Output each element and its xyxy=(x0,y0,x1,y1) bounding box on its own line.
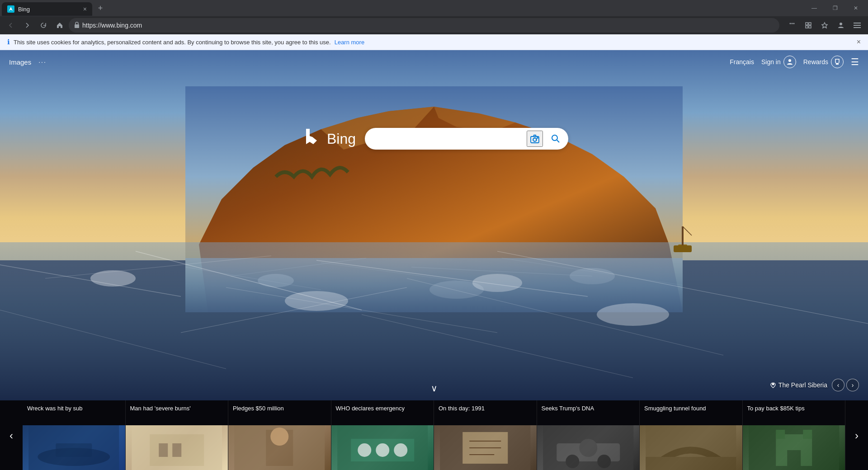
extensions-button[interactable] xyxy=(785,18,799,33)
svg-rect-43 xyxy=(836,64,839,65)
svg-point-51 xyxy=(772,383,774,385)
svg-rect-57 xyxy=(159,443,168,457)
svg-rect-83 xyxy=(787,450,801,466)
news-item[interactable]: To pay back $85K tips xyxy=(743,400,846,470)
restore-button[interactable]: ❐ xyxy=(825,0,845,16)
search-box[interactable] xyxy=(365,128,568,150)
background-info: The Pearl Siberia ‹ › xyxy=(770,379,859,391)
news-next-button[interactable]: › xyxy=(845,400,868,470)
news-prev-button[interactable]: ‹ xyxy=(0,400,23,470)
expand-button[interactable]: ∨ xyxy=(431,383,438,394)
address-bar[interactable]: https://www.bing.com xyxy=(69,18,779,33)
tab-title: Bing xyxy=(18,6,80,13)
news-item[interactable]: Wreck was hit by sub xyxy=(23,400,126,470)
svg-point-48 xyxy=(533,138,536,141)
minimize-button[interactable]: — xyxy=(804,0,825,16)
svg-point-1 xyxy=(790,23,791,24)
location-name: The Pearl Siberia xyxy=(778,381,827,389)
news-item-title: Seeks Trump's DNA xyxy=(537,400,640,425)
language-link[interactable]: Français xyxy=(730,58,754,66)
svg-rect-12 xyxy=(854,27,861,28)
svg-rect-82 xyxy=(803,430,812,439)
search-input[interactable] xyxy=(372,135,523,143)
home-button[interactable] xyxy=(52,18,67,33)
cookie-info-bar: ℹ This site uses cookies for analytics, … xyxy=(0,34,868,50)
user-avatar-icon xyxy=(783,56,796,68)
news-item-title: WHO declares emergency xyxy=(331,400,434,425)
bing-wordmark: Bing xyxy=(327,131,356,147)
news-item-title: On this day: 1991 xyxy=(434,400,537,425)
rewards-button[interactable]: Rewards xyxy=(803,56,844,68)
news-item-title: To pay back $85K tips xyxy=(743,400,845,425)
news-item[interactable]: On this day: 1991 xyxy=(434,400,537,470)
news-item-title: Wreck was hit by sub xyxy=(23,400,125,425)
header-right: Français Sign in Rewards ☰ xyxy=(730,56,859,68)
background-nav: ‹ › xyxy=(832,379,859,391)
profile-button[interactable] xyxy=(834,18,848,33)
svg-point-76 xyxy=(579,439,597,457)
refresh-button[interactable] xyxy=(36,18,51,33)
tab-close-button[interactable]: × xyxy=(83,5,87,13)
menu-button[interactable] xyxy=(850,18,864,33)
news-item-thumbnail xyxy=(640,425,742,470)
bing-logo: Bing xyxy=(300,127,356,150)
news-item[interactable]: Pledges $50 million xyxy=(228,400,331,470)
svg-point-65 xyxy=(376,443,389,457)
search-submit-button[interactable] xyxy=(547,130,565,148)
info-icon: ℹ xyxy=(7,38,10,46)
news-item-thumbnail xyxy=(331,425,434,470)
info-bar-close[interactable]: × xyxy=(857,38,861,46)
browser-toolbar: https://www.bing.com xyxy=(0,16,868,34)
svg-point-2 xyxy=(792,23,793,24)
header-left: Images ··· xyxy=(9,58,47,66)
visual-search-button[interactable] xyxy=(527,131,543,147)
ice-field xyxy=(0,242,868,400)
news-item[interactable]: Smuggling tunnel found xyxy=(640,400,743,470)
url-text: https://www.bing.com xyxy=(82,22,774,29)
svg-point-75 xyxy=(597,455,611,468)
news-item[interactable]: WHO declares emergency xyxy=(331,400,434,470)
sign-in-button[interactable]: Sign in xyxy=(761,56,796,68)
signin-label: Sign in xyxy=(761,58,781,66)
svg-point-35 xyxy=(285,291,348,311)
svg-rect-39 xyxy=(682,226,684,245)
prev-background-button[interactable]: ‹ xyxy=(832,379,844,391)
forward-button[interactable] xyxy=(20,18,34,33)
svg-point-74 xyxy=(566,455,579,468)
svg-rect-23 xyxy=(0,242,868,400)
close-button[interactable]: ✕ xyxy=(845,0,866,16)
more-options-button[interactable]: ··· xyxy=(38,58,47,66)
news-item-thumbnail xyxy=(23,425,125,470)
new-tab-button[interactable]: + xyxy=(94,2,107,14)
learn-more-link[interactable]: Learn more xyxy=(335,39,364,46)
svg-point-61 xyxy=(270,428,288,446)
news-item-title: Man had 'severe burns' xyxy=(126,400,228,425)
svg-rect-54 xyxy=(56,443,92,457)
svg-marker-44 xyxy=(306,129,317,144)
search-area: Bing xyxy=(300,127,568,150)
hamburger-menu-icon[interactable]: ☰ xyxy=(851,56,859,67)
svg-point-9 xyxy=(840,23,842,25)
tab-bar: Bing × + — ❐ ✕ xyxy=(0,0,868,16)
svg-line-50 xyxy=(557,140,559,142)
svg-point-64 xyxy=(358,443,371,457)
collections-button[interactable] xyxy=(801,18,816,33)
news-item[interactable]: Man had 'severe burns' xyxy=(126,400,229,470)
next-background-button[interactable]: › xyxy=(846,379,859,391)
location-label: The Pearl Siberia xyxy=(770,381,827,389)
favorites-button[interactable] xyxy=(817,18,832,33)
active-tab[interactable]: Bing × xyxy=(2,2,92,16)
news-items-container: Wreck was hit by sub Man had 'severe bur… xyxy=(23,400,845,470)
svg-rect-81 xyxy=(776,430,785,439)
news-item-title: Smuggling tunnel found xyxy=(640,400,742,425)
svg-point-47 xyxy=(537,137,538,138)
toolbar-right xyxy=(785,18,864,33)
back-button[interactable] xyxy=(4,18,18,33)
security-icon xyxy=(74,22,80,29)
svg-point-42 xyxy=(788,59,791,62)
svg-rect-4 xyxy=(806,23,808,25)
news-item[interactable]: Seeks Trump's DNA xyxy=(537,400,640,470)
rewards-trophy-icon xyxy=(831,56,844,68)
svg-rect-0 xyxy=(75,24,79,28)
images-link[interactable]: Images xyxy=(9,58,31,66)
